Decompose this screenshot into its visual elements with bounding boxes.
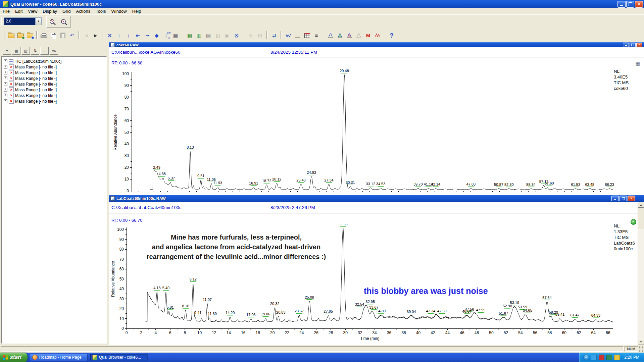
- tree-item-2[interactable]: +×Mass Range [- no file -]: [2, 70, 106, 75]
- tree-item-1[interactable]: +×Mass Range [- no file -]: [2, 64, 106, 70]
- expander-plus-icon[interactable]: +: [4, 65, 7, 69]
- pane1-minimize-button[interactable]: [623, 43, 629, 47]
- tree-item-4[interactable]: +×Mass Range [- no file -]: [2, 81, 106, 87]
- scan-filter-combobox[interactable]: 2.0 ▼: [4, 17, 42, 25]
- reset-scaling-button[interactable]: ×: [105, 31, 114, 40]
- grid-row-button[interactable]: ▤: [204, 31, 213, 40]
- report-view-button[interactable]: ▤: [21, 47, 30, 55]
- chromatogram-view-button[interactable]: [284, 31, 293, 40]
- autoscale-button[interactable]: ◆: [152, 31, 161, 40]
- grid-info-button[interactable]: ▦: [12, 47, 20, 55]
- expander-plus-icon[interactable]: +: [4, 99, 7, 103]
- display-options-button[interactable]: ▦: [171, 31, 180, 40]
- annotate-button[interactable]: [373, 31, 382, 40]
- pane1-close-button[interactable]: ×: [636, 43, 642, 47]
- undo-button[interactable]: ↶: [67, 31, 77, 40]
- menu-file[interactable]: File: [0, 8, 12, 14]
- integration-button[interactable]: [335, 31, 345, 40]
- menu-help[interactable]: Help: [130, 8, 144, 14]
- mass-options-button[interactable]: M: [363, 31, 373, 40]
- menu-actions[interactable]: Actions: [73, 8, 93, 14]
- ranges-button[interactable]: ⇄: [269, 31, 279, 40]
- pan-left-button[interactable]: ⇤: [133, 31, 143, 40]
- taskbar-task-roadmap[interactable]: Roadmap - Home Page: [30, 354, 88, 361]
- menu-tools[interactable]: Tools: [93, 8, 108, 14]
- cell-info-button[interactable]: ≡: [3, 47, 11, 55]
- menu-window[interactable]: Window: [109, 8, 130, 14]
- pane1-maximize-button[interactable]: [630, 43, 636, 47]
- tree-item-5[interactable]: +×Mass Range [- no file -]: [2, 87, 106, 93]
- grid-column-button[interactable]: ▥: [213, 31, 222, 40]
- chromatogram-plot-coke60[interactable]: 0102030405060708090100Relative Abundance…: [109, 66, 644, 195]
- scale-y-down-button[interactable]: ↓: [124, 31, 133, 40]
- menu-view[interactable]: View: [25, 8, 40, 14]
- resize-grip[interactable]: [639, 346, 643, 352]
- tray-volume-icon[interactable]: [614, 355, 620, 360]
- pane2-maximize-button[interactable]: [620, 196, 627, 201]
- tray-display-icon[interactable]: [591, 355, 597, 360]
- expander-plus-icon[interactable]: +: [4, 71, 7, 74]
- print-button[interactable]: [39, 31, 49, 40]
- open-raw-file-button[interactable]: [6, 31, 16, 40]
- cancel-zoom-button[interactable]: [58, 17, 70, 27]
- maximize-button[interactable]: [626, 1, 634, 8]
- hide-icons-chevron-icon[interactable]: «: [583, 355, 589, 360]
- scroll-up-icon[interactable]: ▲: [638, 202, 644, 208]
- open-result-file-button[interactable]: [16, 31, 25, 40]
- expander-plus-icon[interactable]: +: [4, 82, 7, 86]
- spectrum-list-view-button[interactable]: ≡: [312, 31, 321, 40]
- link-cells-button[interactable]: ⊠: [232, 31, 241, 40]
- normalize-0-100-button[interactable]: ↕1000: [161, 31, 171, 40]
- copy-button[interactable]: [49, 31, 58, 40]
- map-view-button[interactable]: [302, 31, 312, 40]
- zoom-chromatogram-button[interactable]: [47, 17, 58, 27]
- toolbar-grip[interactable]: [3, 31, 4, 40]
- sort-order-button[interactable]: ⇅: [31, 47, 39, 55]
- grid-delete-cell-button[interactable]: ▣: [222, 31, 232, 40]
- peak-detection-button[interactable]: [326, 31, 335, 40]
- tree-item-0[interactable]: +TIC [LabCoatz60min100c]: [2, 58, 106, 64]
- start-button[interactable]: start: [0, 353, 28, 362]
- smoothing-button[interactable]: [354, 31, 363, 40]
- grid-insert-cell-button[interactable]: ▦: [185, 31, 194, 40]
- vertical-scrollbar[interactable]: ▲ ▼: [638, 202, 644, 345]
- minimize-button[interactable]: [617, 1, 626, 8]
- close-button[interactable]: ×: [635, 1, 643, 8]
- help-button[interactable]: ?: [387, 31, 396, 40]
- pane2-minimize-button[interactable]: [611, 196, 619, 201]
- pane2-titlebar[interactable]: LabCoatz60min100c.RAW ×: [109, 195, 644, 202]
- paste-button[interactable]: [58, 31, 67, 40]
- tree-item-6[interactable]: +×Mass Range [- no file -]: [2, 93, 106, 98]
- background-subtract-button[interactable]: [345, 31, 354, 40]
- cell-grid-icon[interactable]: ▦: [636, 61, 640, 66]
- pane1-titlebar[interactable]: coke60.RAW ×: [109, 42, 644, 47]
- pane2-close-button[interactable]: ×: [628, 196, 635, 201]
- cell-labcoatz60min100c[interactable]: LabCoatz60min100c.RAW × C:\Xcalibur\...\…: [109, 195, 644, 345]
- tray-network-icon[interactable]: [606, 355, 612, 360]
- menu-edit[interactable]: Edit: [12, 8, 25, 14]
- cell-coke60[interactable]: coke60.RAW × C:\Xcalibur\...\coke AGAIN\…: [109, 42, 644, 195]
- taskbar-task-qual-browser[interactable]: Qual Browser - coke6...: [90, 354, 148, 361]
- pin-cell-button[interactable]: ⊞: [246, 31, 255, 40]
- tray-shield-icon[interactable]: [599, 355, 604, 360]
- scale-y-up-button[interactable]: ↑: [114, 31, 124, 40]
- expander-plus-icon[interactable]: +: [4, 88, 7, 92]
- grid-split-cell-button[interactable]: ▥: [194, 31, 204, 40]
- expander-plus-icon[interactable]: +: [4, 76, 7, 80]
- spectrum-view-button[interactable]: [293, 31, 302, 40]
- back-button[interactable]: ◄: [82, 31, 91, 40]
- swap-ranges-button[interactable]: ↔: [40, 47, 49, 55]
- tree-item-3[interactable]: +×Mass Range [- no file -]: [2, 75, 106, 81]
- unpin-cell-button[interactable]: ⊟: [255, 31, 265, 40]
- expander-plus-icon[interactable]: +: [4, 59, 7, 63]
- export-data-button[interactable]: [25, 31, 35, 40]
- ms-view-button[interactable]: MS: [50, 47, 58, 55]
- menu-grid[interactable]: Grid: [60, 8, 73, 14]
- forward-button[interactable]: ►: [91, 31, 100, 40]
- expander-plus-icon[interactable]: +: [4, 94, 7, 97]
- menu-display[interactable]: Display: [40, 8, 60, 14]
- toolbar-grip[interactable]: [1, 17, 3, 26]
- pan-right-button[interactable]: ⇥: [143, 31, 152, 40]
- chevron-down-icon[interactable]: ▼: [35, 18, 41, 25]
- scroll-down-icon[interactable]: ▼: [638, 339, 644, 345]
